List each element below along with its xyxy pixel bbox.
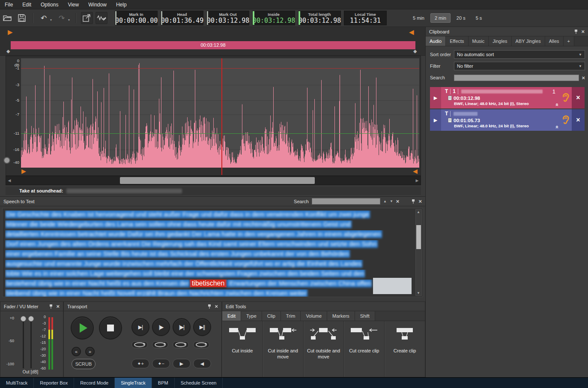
transcript-scroll-thumb[interactable] — [416, 225, 421, 249]
menu-edit[interactable]: Edit — [18, 0, 36, 9]
stop-button[interactable] — [99, 316, 122, 340]
pin-icon[interactable] — [207, 304, 212, 309]
zoom-button-20-s[interactable]: 20 s — [452, 13, 470, 23]
fader-track-right[interactable] — [30, 319, 32, 368]
horizontal-scrollbar[interactable]: ◀ ▶ — [6, 176, 421, 185]
tab-clip[interactable]: Clip — [262, 311, 281, 321]
fader-track-left[interactable] — [23, 319, 24, 368]
close-icon[interactable]: × — [215, 304, 218, 309]
clipboard-tab-audio[interactable]: Audio — [426, 36, 446, 46]
remove-item-button[interactable]: × — [572, 87, 585, 108]
scroll-left-icon[interactable]: ◀ — [6, 178, 13, 183]
tab-markers[interactable]: Markers — [327, 311, 355, 321]
expand-chevron-icon[interactable]: » — [553, 103, 560, 106]
fader-knob-left[interactable] — [21, 316, 26, 322]
selection-region-bar[interactable]: 00:03:12.98 — [11, 41, 415, 49]
prelisten-play-button[interactable]: ▶ — [430, 87, 441, 108]
menu-file[interactable]: File — [0, 0, 18, 9]
statusbar-tab-singletrack[interactable]: SingleTrack — [115, 378, 152, 388]
scroll-up-icon[interactable]: ▲ — [417, 210, 420, 214]
save-button[interactable] — [16, 12, 28, 24]
tool-cut-create-clip[interactable]: Cut create clip — [344, 321, 385, 377]
zoom-button-5-s[interactable]: 5 s — [472, 13, 487, 23]
undo-button[interactable]: ↶ — [38, 12, 50, 24]
clipboard-tab-item[interactable]: + — [564, 36, 574, 46]
zoom-button-2-min[interactable]: 2 min — [430, 13, 451, 23]
insert-take-button[interactable] — [81, 12, 93, 24]
waveform-display[interactable] — [21, 58, 419, 168]
transport-play-variant-button-4[interactable]: ▶|| — [193, 318, 211, 336]
clipboard-search-input[interactable] — [454, 75, 579, 81]
pin-icon[interactable] — [49, 304, 53, 309]
tab-edit[interactable]: Edit — [222, 311, 241, 321]
skip-button-back[interactable]: « — [72, 347, 81, 356]
mark-out-flag-icon[interactable]: ◀ — [409, 28, 414, 36]
play-button[interactable] — [71, 316, 94, 340]
gain-knob[interactable] — [3, 157, 10, 164]
menu-window[interactable]: Window — [84, 0, 111, 9]
tab-type[interactable]: Type — [241, 311, 262, 321]
scroll-right-icon[interactable]: ▶ — [414, 178, 421, 183]
menu-help[interactable]: Help — [111, 0, 131, 9]
clipboard-tab-aby-jingles[interactable]: ABY Jingles — [512, 36, 545, 46]
statusbar-tab-schedule-screen[interactable]: Schedule Screen — [175, 378, 223, 388]
tab-volume[interactable]: Volume — [301, 311, 327, 321]
statusbar-tab-bpm[interactable]: BPM — [152, 378, 175, 388]
fader-knob-right[interactable] — [28, 316, 34, 322]
close-icon[interactable]: × — [581, 29, 585, 34]
close-icon[interactable]: × — [418, 199, 422, 204]
waveform-edit-button[interactable] — [96, 12, 107, 24]
marker-button-4[interactable]: ◀ — [193, 359, 211, 368]
loop-mode-button-1[interactable] — [131, 341, 148, 348]
clipboard-tab-effects[interactable]: Effects — [446, 36, 468, 46]
close-icon[interactable]: × — [56, 304, 60, 309]
transcript-text-area[interactable]: Die Geschichte des Knaben ist hervorrage… — [2, 208, 423, 297]
clipboard-item-2[interactable]: ▶T00:01:05.73BWF, Linear; 48.0 kHz, 24 b… — [430, 109, 585, 131]
clipboard-item-1[interactable]: ▶T1100:03:12.98BWF, Linear; 48.0 kHz, 24… — [430, 87, 585, 108]
left-handle-icon[interactable]: ◆ — [6, 48, 10, 54]
scrollbar-track[interactable] — [13, 177, 414, 184]
statusbar-tab-record-mode[interactable]: Record Mode — [74, 378, 115, 388]
clipboard-tab-music[interactable]: Music — [469, 36, 489, 46]
transport-play-variant-button-2[interactable]: |▶ — [152, 318, 170, 336]
marker-button-3[interactable]: ▶ — [173, 359, 191, 368]
prelisten-play-button[interactable]: ▶ — [430, 109, 441, 131]
menu-view[interactable]: View — [63, 0, 84, 9]
menu-options[interactable]: Options — [36, 0, 63, 9]
pin-icon[interactable] — [574, 29, 578, 34]
statusbar-tab-reporter-box[interactable]: Reporter Box — [34, 378, 74, 388]
redo-dropdown-arrow[interactable]: ▾ — [68, 18, 70, 22]
mark-in-triangle-icon[interactable]: ▶ — [21, 168, 26, 174]
tool-cut-inside-and-move[interactable]: Cut inside and move — [263, 321, 304, 377]
scroll-down-icon[interactable]: ▼ — [417, 291, 420, 295]
expand-chevron-icon[interactable]: » — [553, 126, 560, 129]
search-clear-icon[interactable]: × — [396, 199, 400, 204]
scrub-button[interactable]: SCRUB — [72, 359, 96, 369]
sort-order-select[interactable]: No automatic sort ▼ — [454, 50, 585, 59]
transport-play-variant-button-1[interactable]: ▶| — [131, 318, 149, 336]
redo-button[interactable]: ↷ — [56, 12, 68, 24]
prelisten-ear-button[interactable] — [560, 109, 572, 131]
marker-button-1[interactable]: ✦+ — [131, 359, 149, 368]
scrollbar-thumb[interactable] — [120, 177, 315, 184]
statusbar-tab-multitrack[interactable]: MultiTrack — [0, 378, 34, 388]
marker-button-2[interactable]: ✦− — [152, 359, 170, 368]
speech-search-input[interactable] — [312, 198, 380, 205]
undo-dropdown-arrow[interactable]: ▾ — [50, 18, 52, 22]
clipboard-tab-jingles[interactable]: Jingles — [489, 36, 511, 46]
tool-cut-inside[interactable]: Cut inside — [222, 321, 263, 377]
tab-shift[interactable]: Shift — [355, 311, 375, 321]
mark-out-triangle-icon[interactable]: ◀ — [413, 168, 418, 174]
playhead-cursor[interactable] — [221, 58, 222, 175]
loop-mode-button-3[interactable] — [173, 341, 189, 348]
loop-mode-button-2[interactable] — [152, 341, 168, 348]
clipboard-tab-alles[interactable]: Alles — [545, 36, 564, 46]
mark-in-flag-icon[interactable]: ▶ — [8, 28, 13, 36]
loop-mode-button-4[interactable] — [193, 341, 209, 348]
search-clear-icon[interactable]: × — [582, 75, 585, 81]
right-handle-icon[interactable]: ◆ — [413, 48, 417, 54]
pin-icon[interactable] — [411, 199, 415, 204]
tool-cut-outside-and-move[interactable]: Cut outside and move — [304, 321, 344, 377]
tab-trim[interactable]: Trim — [281, 311, 301, 321]
zoom-button-5-min[interactable]: 5 min — [409, 13, 429, 23]
